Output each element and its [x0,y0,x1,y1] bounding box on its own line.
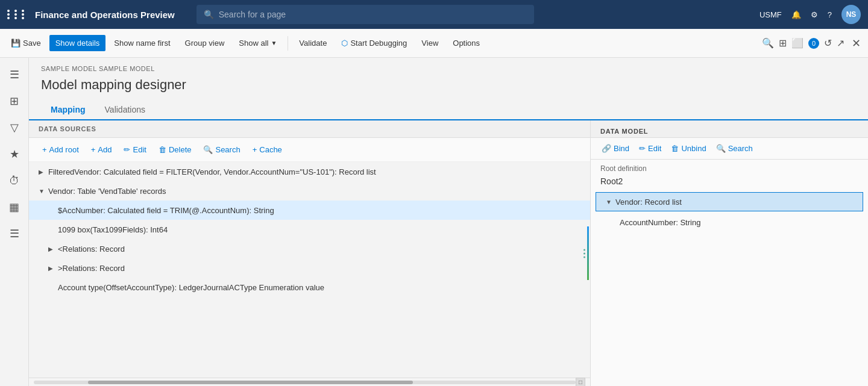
scroll-thumb[interactable] [88,381,413,384]
help-icon[interactable]: ? [828,10,832,19]
data-model-panel: DATA MODEL 🔗 Bind ✏ Edit 🗑 Unbind [591,120,868,386]
search-button-ds[interactable]: 🔍 Search [200,143,244,157]
start-debugging-button[interactable]: ⬡ Start Debugging [335,35,413,51]
search-icon-ds: 🔍 [203,145,213,154]
group-view-button[interactable]: Group view [179,35,231,51]
delete-button-ds[interactable]: 🗑 Delete [155,143,195,157]
page-title: Model mapping designer [29,75,868,100]
data-sources-header: DATA SOURCES [29,120,590,138]
show-all-button[interactable]: Show all ▼ [233,35,283,51]
tab-bar: Mapping Validations [29,100,868,120]
tab-validations[interactable]: Validations [95,100,155,120]
data-sources-panel: DATA SOURCES + Add root + Add ✏ Edit [29,120,591,386]
unbind-button[interactable]: 🗑 Unbind [667,142,709,155]
global-search-box[interactable]: 🔍 [197,5,534,24]
main-content: SAMPLE MODEL SAMPLE MODEL Model mapping … [29,58,868,386]
unbind-icon: 🗑 [671,144,679,153]
save-button[interactable]: 💾 Save [5,35,47,51]
app-title: Finance and Operations Preview [35,10,175,20]
validate-button[interactable]: Validate [293,35,333,51]
settings-icon[interactable]: ⚙ [811,10,818,19]
data-model-list: ▼ Vendor: Record list AccountNumber: Str… [591,191,868,386]
chevron-down-icon-dm: ▼ [606,199,615,205]
chevron-down-icon-vendor: ▼ [39,188,48,195]
designer-container: DATA SOURCES + Add root + Add ✏ Edit [29,120,868,386]
refresh-icon[interactable]: ↺ [824,37,832,49]
data-sources-list: ▶ FilteredVendor: Calculated field = FIL… [29,162,590,378]
search-icon-dm: 🔍 [716,144,726,153]
add-button[interactable]: + Add [87,143,116,157]
ds-item-relations-gt[interactable]: ▶ >Relations: Record [29,258,590,278]
open-new-icon[interactable]: ↗ [837,37,844,49]
scroll-track[interactable] [34,381,576,384]
edit-button-ds[interactable]: ✏ Edit [120,143,149,157]
ds-item-relations-lt[interactable]: ▶ <Relations: Record [29,239,590,258]
root-definition-value: Root2 [591,175,868,191]
search-input[interactable] [219,10,527,19]
data-model-toolbar: 🔗 Bind ✏ Edit 🗑 Unbind 🔍 Search [591,138,868,160]
sidebar-item-list[interactable]: ☰ [2,222,27,246]
app-grid-icon[interactable] [7,10,28,19]
ds-item-1099[interactable]: 1099 box(Tax1099Fields): Int64 [29,220,590,239]
side-indicator [587,226,589,279]
save-icon: 💾 [11,39,20,48]
top-navigation-bar: Finance and Operations Preview 🔍 USMF 🔔 … [0,0,868,29]
ds-item-accnumber[interactable]: $AccNumber: Calculated field = TRIM(@.Ac… [29,201,590,220]
show-details-button[interactable]: Show details [49,35,106,51]
cache-button-ds[interactable]: + Cache [249,143,286,157]
chevron-down-icon: ▼ [271,40,277,46]
horizontal-scrollbar[interactable]: □ [29,378,590,386]
chevron-right-relations-lt: ▶ [48,246,58,252]
edit-icon-dm: ✏ [639,144,646,153]
add-root-button[interactable]: + Add root [39,143,83,157]
search-icon-ab[interactable]: 🔍 [762,37,774,49]
data-sources-toolbar: + Add root + Add ✏ Edit 🗑 Delete [29,138,590,162]
badge-count: 0 [808,38,819,49]
root-definition-label: Root definition [591,160,868,175]
avatar[interactable]: NS [841,5,861,24]
ds-item-vendor[interactable]: ▼ Vendor: Table 'VendTable' records [29,181,590,201]
sidebar-item-filter[interactable]: ▽ [2,116,27,140]
topbar-right-section: USMF 🔔 ⚙ ? NS [760,5,861,24]
sidebar-item-home[interactable]: ⊞ [2,89,27,113]
columns-icon[interactable]: ⊞ [779,37,787,49]
chevron-right-icon: ▶ [39,169,48,175]
search-button-dm[interactable]: 🔍 Search [712,142,756,155]
scroll-end: □ [576,378,585,387]
dm-item-vendor[interactable]: ▼ Vendor: Record list [596,192,863,211]
actionbar-right: 🔍 ⊞ ⬜ 0 ↺ ↗ ✕ [762,34,863,52]
chevron-right-relations-gt: ▶ [48,265,58,272]
view-button[interactable]: View [415,35,444,51]
bind-icon: 🔗 [602,144,611,153]
plus-icon-2: + [91,145,96,154]
left-sidebar: ☰ ⊞ ▽ ★ ⏱ ▦ ☰ [0,58,29,386]
search-icon: 🔍 [204,10,214,19]
dm-item-accountnumber[interactable]: AccountNumber: String [591,213,868,232]
ds-item-filtered-vendor[interactable]: ▶ FilteredVendor: Calculated field = FIL… [29,162,590,181]
breadcrumb: SAMPLE MODEL SAMPLE MODEL [29,58,868,75]
edit-button-dm[interactable]: ✏ Edit [635,142,665,155]
action-bar: 💾 Save Show details Show name first Grou… [0,29,868,58]
plus-icon: + [42,145,47,154]
close-button[interactable]: ✕ [849,34,863,52]
expand-icon[interactable]: ⬜ [791,37,804,49]
sidebar-item-hamburger[interactable]: ☰ [2,63,27,87]
org-label: USMF [760,10,782,19]
sidebar-item-recent[interactable]: ⏱ [2,169,27,193]
tab-mapping[interactable]: Mapping [41,100,95,120]
debug-icon: ⬡ [341,39,348,48]
edit-icon-ds: ✏ [124,145,130,154]
show-name-button[interactable]: Show name first [108,35,176,51]
sidebar-item-favorites[interactable]: ★ [2,142,27,166]
main-layout: ☰ ⊞ ▽ ★ ⏱ ▦ ☰ SAMPLE MODEL SAMPLE MODEL … [0,58,868,386]
cache-icon-ds: + [253,145,257,154]
sidebar-item-modules[interactable]: ▦ [2,195,27,219]
data-model-header: DATA MODEL [591,120,868,138]
bind-button[interactable]: 🔗 Bind [598,142,633,155]
notification-icon[interactable]: 🔔 [791,10,801,19]
separator-1 [288,36,288,51]
options-button[interactable]: Options [447,35,486,51]
delete-icon-ds: 🗑 [159,145,166,154]
ds-item-account-type[interactable]: Account type(OffsetAccountType): LedgerJ… [29,278,590,297]
